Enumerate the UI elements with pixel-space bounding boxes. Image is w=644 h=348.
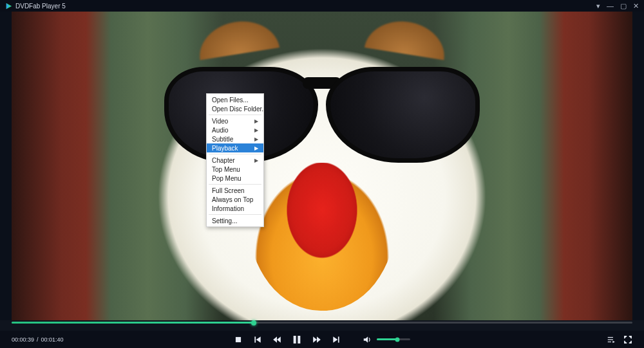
cm-label: Open Disc Folder... xyxy=(212,105,267,113)
cm-label: Always on Top xyxy=(212,196,253,203)
video-pillarbox-right xyxy=(632,12,644,320)
video-pillarbox-left xyxy=(0,12,12,320)
cm-information[interactable]: Information xyxy=(207,204,263,213)
total-time: 00:01:40 xyxy=(41,336,64,343)
cm-label: Top Menu xyxy=(212,166,240,173)
playlist-button[interactable] xyxy=(607,335,616,344)
svg-marker-6 xyxy=(277,336,281,342)
dropdown-button[interactable]: ▾ xyxy=(596,3,600,10)
stop-button[interactable] xyxy=(234,335,243,344)
fast-forward-button[interactable] xyxy=(312,335,321,344)
cm-open-disc-folder[interactable]: Open Disc Folder... xyxy=(207,104,263,113)
chevron-right-icon: ▶ xyxy=(254,145,258,151)
previous-button[interactable] xyxy=(253,335,262,344)
cm-label: Playback xyxy=(212,145,238,152)
svg-marker-17 xyxy=(612,340,615,343)
right-controls xyxy=(607,335,632,344)
cm-label: Audio xyxy=(212,127,229,134)
chevron-right-icon: ▶ xyxy=(254,127,258,133)
cm-label: Subtitle xyxy=(212,136,233,143)
volume-slider[interactable] xyxy=(377,338,410,340)
svg-rect-8 xyxy=(298,336,300,343)
volume-icon[interactable] xyxy=(363,335,372,344)
control-bar: 00:00:39 / 00:01:40 xyxy=(0,331,644,348)
title-bar: DVDFab Player 5 ▾ — ▢ ✕ xyxy=(0,0,644,12)
cm-audio[interactable]: Audio▶ xyxy=(207,125,263,134)
cm-separator xyxy=(209,214,261,215)
cm-full-screen[interactable]: Full Screen xyxy=(207,186,263,195)
cm-pop-menu[interactable]: Pop Menu xyxy=(207,174,263,183)
cm-top-menu[interactable]: Top Menu xyxy=(207,165,263,174)
app-title: DVDFab Player 5 xyxy=(15,3,596,10)
chevron-right-icon: ▶ xyxy=(254,158,258,163)
svg-marker-9 xyxy=(313,336,317,342)
chevron-right-icon: ▶ xyxy=(254,118,258,124)
cm-separator xyxy=(209,154,261,154)
svg-rect-12 xyxy=(338,336,339,342)
cm-label: Full Screen xyxy=(212,187,245,194)
cm-always-on-top[interactable]: Always on Top xyxy=(207,195,263,204)
cm-setting[interactable]: Setting... xyxy=(207,216,263,225)
transport-controls xyxy=(234,334,410,345)
cm-chapter[interactable]: Chapter▶ xyxy=(207,156,263,165)
cm-label: Pop Menu xyxy=(212,175,242,182)
close-button[interactable]: ✕ xyxy=(633,3,639,10)
svg-marker-13 xyxy=(364,336,368,342)
fullscreen-button[interactable] xyxy=(623,335,632,344)
seek-bar[interactable] xyxy=(12,322,632,331)
volume-fill xyxy=(377,338,397,340)
cm-label: Open Files... xyxy=(212,96,249,104)
cm-open-files[interactable]: Open Files... xyxy=(207,95,263,104)
svg-marker-5 xyxy=(273,336,277,342)
cm-video[interactable]: Video▶ xyxy=(207,116,263,125)
chevron-right-icon: ▶ xyxy=(254,136,258,142)
svg-rect-3 xyxy=(254,336,256,342)
svg-marker-10 xyxy=(317,336,321,342)
rewind-button[interactable] xyxy=(272,335,281,344)
decorative-brow xyxy=(360,12,455,60)
svg-rect-15 xyxy=(608,339,613,340)
volume-handle[interactable] xyxy=(395,337,400,342)
svg-rect-16 xyxy=(608,341,611,342)
current-time: 00:00:39 xyxy=(12,336,34,343)
maximize-button[interactable]: ▢ xyxy=(620,3,627,10)
cm-label: Setting... xyxy=(212,217,237,224)
svg-marker-11 xyxy=(333,336,337,342)
time-display: 00:00:39 / 00:01:40 xyxy=(12,336,64,343)
next-button[interactable] xyxy=(332,335,341,344)
seek-fill xyxy=(12,322,254,324)
decorative-beak xyxy=(248,163,396,311)
cm-playback[interactable]: Playback▶ xyxy=(207,143,263,152)
volume-control xyxy=(363,335,410,344)
play-pause-button[interactable] xyxy=(292,334,302,345)
svg-marker-4 xyxy=(256,336,261,342)
minimize-button[interactable]: — xyxy=(607,3,614,10)
seek-track xyxy=(12,322,632,324)
cm-label: Chapter xyxy=(212,157,235,164)
cm-label: Video xyxy=(212,118,228,125)
video-frame xyxy=(12,12,632,320)
svg-rect-14 xyxy=(608,336,613,337)
time-separator: / xyxy=(37,336,39,343)
decorative-brow xyxy=(189,12,284,60)
context-menu: Open Files... Open Disc Folder... Video▶… xyxy=(206,93,264,227)
cm-separator xyxy=(209,184,261,185)
cm-label: Information xyxy=(212,205,244,212)
svg-rect-2 xyxy=(236,336,241,342)
svg-rect-7 xyxy=(294,336,296,343)
window-controls: ▾ — ▢ ✕ xyxy=(596,3,639,10)
cm-subtitle[interactable]: Subtitle▶ xyxy=(207,134,263,143)
seek-handle[interactable] xyxy=(251,320,256,325)
cm-separator xyxy=(209,114,261,115)
app-logo-icon xyxy=(5,3,12,10)
video-area[interactable]: Open Files... Open Disc Folder... Video▶… xyxy=(0,12,644,320)
